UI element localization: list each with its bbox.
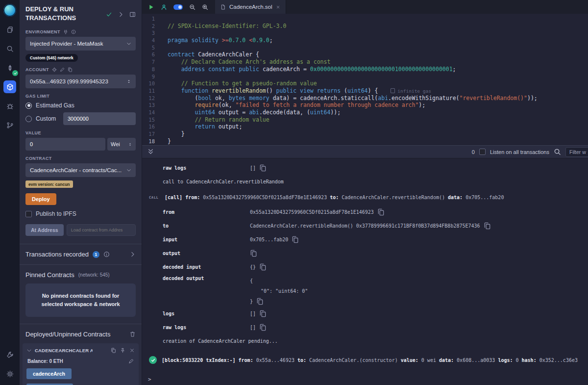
code-editor[interactable]: 12// SPDX-License-Identifier: GPL-3.034p…: [142, 14, 588, 145]
terminal-block-entry[interactable]: [block:5033220 txIndex:-] from: 0x55a...…: [142, 349, 588, 368]
balance-pencil-icon[interactable]: [128, 359, 134, 364]
chevron-down-icon: [126, 168, 131, 173]
chevron-down-icon: [126, 41, 131, 46]
code-line: 1: [142, 15, 588, 23]
copy-icon[interactable]: [259, 324, 267, 331]
line-number: 8: [142, 66, 162, 73]
line-number: 5: [142, 44, 162, 51]
custom-gas-radio[interactable]: [25, 116, 32, 122]
transactions-chevron-icon[interactable]: [129, 251, 136, 257]
account-select[interactable]: 0x55a...46923 (999.999945323: [25, 75, 136, 88]
file-explorer-icon[interactable]: [3, 23, 16, 36]
copy-icon[interactable]: [259, 310, 267, 317]
contract-select[interactable]: CadenceArchCaler - contracts/Cac...: [25, 163, 136, 177]
line-number: 17: [142, 130, 162, 138]
terminal-expand-icon[interactable]: [147, 148, 154, 155]
copy-icon[interactable]: [259, 164, 267, 172]
custom-gas-option[interactable]: Custom: [25, 112, 136, 125]
code-line: 7 // Declare Cadence Arch's address as a…: [142, 58, 588, 66]
at-address-input[interactable]: [67, 224, 136, 236]
transactions-recorded-section[interactable]: Transactions recorded 1: [20, 244, 142, 264]
debugger-icon[interactable]: [3, 100, 16, 112]
copy-icon[interactable]: [292, 236, 299, 243]
code-text: }: [162, 138, 588, 145]
zoom-in-icon[interactable]: [202, 4, 208, 10]
terminal-prompt[interactable]: >: [142, 368, 588, 383]
terminal-search-icon: [554, 148, 561, 155]
search-icon[interactable]: [3, 42, 16, 55]
tab-title: CadenceArch.sol: [229, 4, 272, 10]
copy-icon[interactable]: [484, 222, 491, 230]
estimated-gas-radio[interactable]: [25, 103, 32, 109]
main-area: CadenceArch.sol 12// SPDX-License-Identi…: [142, 0, 588, 385]
deploy-run-icon[interactable]: [3, 80, 16, 93]
publish-ipfs-checkbox[interactable]: [25, 211, 32, 217]
line-number: 15: [142, 116, 162, 124]
toggle-widget-icon[interactable]: [173, 4, 183, 10]
tab-cadencearch-sol[interactable]: CadenceArch.sol: [215, 0, 286, 14]
terminal-call-entry[interactable]: call[call] from: 0x55a1320D432759960C5Df…: [142, 189, 588, 205]
at-address-button[interactable]: At Address: [25, 224, 64, 236]
log-key: decoded input: [163, 264, 250, 270]
contract-close-icon[interactable]: [129, 348, 135, 353]
plugin-manager-icon[interactable]: [3, 348, 16, 361]
terminal-log-text: creation of CadenceArchCaler pending...: [142, 334, 588, 349]
source-control-icon[interactable]: [3, 119, 16, 131]
line-number: 3: [142, 29, 162, 37]
contract-label: CONTRACT: [25, 156, 136, 161]
tab-close-icon[interactable]: [276, 5, 280, 9]
value-unit-select[interactable]: Wei: [107, 138, 136, 151]
run-script-icon[interactable]: [148, 4, 154, 10]
panel-window-icon[interactable]: [129, 11, 136, 18]
solidity-file-icon: [220, 4, 226, 10]
copy-icon[interactable]: [259, 263, 267, 271]
copy-icon[interactable]: [377, 208, 385, 216]
panel-chevron-right-icon[interactable]: [118, 11, 124, 18]
target-icon[interactable]: [52, 67, 57, 72]
contract-chevron-down-icon[interactable]: [26, 348, 32, 353]
account-copy-icon[interactable]: [68, 67, 73, 72]
publish-icon[interactable]: [161, 4, 167, 10]
log-value: 0x55a1320D432759960C5Df0215a8dF78e1E1469…: [250, 208, 385, 216]
terminal-filter-input[interactable]: [565, 147, 588, 157]
fn-button-cadencearch[interactable]: cadenceArch: [26, 368, 72, 379]
copy-icon[interactable]: [256, 298, 264, 305]
pinned-empty-message: No pinned contracts found for selected w…: [25, 283, 136, 317]
call-tag: call: [149, 196, 160, 200]
code-line: 4pragma solidity >=0.7.0 <0.9.0;: [142, 37, 588, 44]
contract-copy-icon[interactable]: [111, 348, 116, 353]
log-key: input: [163, 237, 250, 242]
transactions-info-icon[interactable]: [103, 251, 110, 257]
terminal-body[interactable]: raw logs[]call to CadenceArchCaler.rever…: [142, 158, 588, 385]
terminal-header: 0 Listen on all transactions: [142, 145, 588, 158]
solidity-compiler-icon[interactable]: [3, 61, 16, 74]
call-summary: [call] from: 0x55a1320D432759960C5Df0215…: [165, 195, 504, 200]
deployed-contract-name[interactable]: CADENCEARCHCALER AT 0): [35, 348, 93, 353]
code-text: require(ok, "failed to fetch a random nu…: [162, 102, 588, 109]
deploy-button[interactable]: Deploy: [25, 193, 56, 205]
code-line: 14 uint64 output = abi.decode(data, (uin…: [142, 109, 588, 116]
account-pencil-icon[interactable]: [60, 67, 65, 72]
publish-ipfs-option[interactable]: Publish to IPFS: [25, 210, 136, 217]
code-text: // Declare Cadence Arch's address as a c…: [162, 58, 588, 66]
line-number: 6: [142, 51, 162, 58]
terminal-log-text: call to CadenceArchCaler.revertibleRando…: [142, 175, 588, 189]
remix-logo[interactable]: [3, 4, 16, 17]
code-line: 18}: [142, 138, 588, 145]
terminal-kv-row: decoded input{}: [142, 260, 588, 274]
trash-icon[interactable]: [129, 331, 136, 337]
custom-gas-input[interactable]: [63, 112, 136, 125]
settings-gear-icon[interactable]: [3, 367, 16, 380]
code-line: 10 // Function to get a pseudo-random va…: [142, 80, 588, 87]
code-text: // SPDX-License-Identifier: GPL-3.0: [162, 23, 588, 30]
zoom-out-icon[interactable]: [189, 4, 196, 10]
gas-limit-label: GAS LIMIT: [25, 94, 136, 99]
contract-pin-icon[interactable]: [120, 348, 125, 353]
environment-info-icon[interactable]: [71, 29, 76, 34]
account-label: ACCOUNT: [25, 67, 136, 72]
listen-all-checkbox[interactable]: [479, 149, 486, 155]
estimated-gas-option[interactable]: Estimated Gas: [25, 102, 136, 109]
copy-icon[interactable]: [250, 250, 257, 257]
value-input[interactable]: [25, 138, 105, 151]
environment-select[interactable]: Injected Provider - MetaMask: [25, 37, 136, 51]
